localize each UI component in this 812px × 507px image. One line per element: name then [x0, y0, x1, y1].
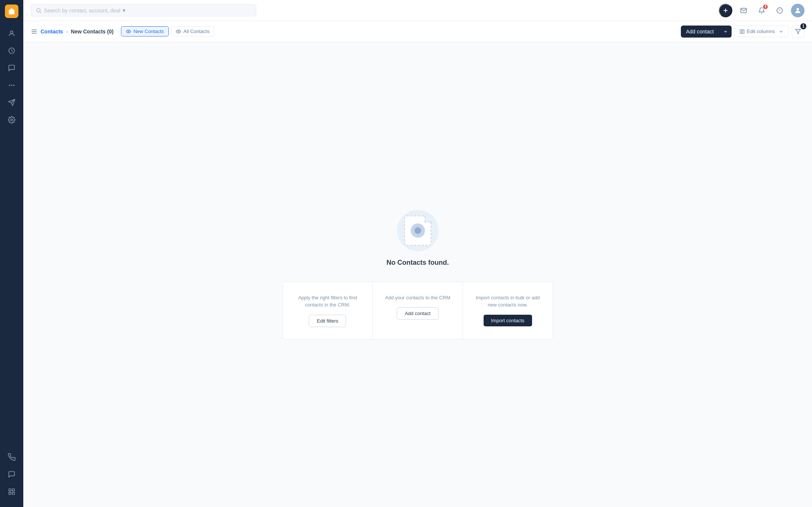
- contact-file-icon: [404, 216, 431, 246]
- empty-state: No Contacts found. Apply the right filte…: [283, 210, 553, 340]
- svg-point-5: [11, 119, 13, 121]
- empty-icon-wrapper: [397, 210, 439, 251]
- svg-rect-9: [12, 492, 15, 495]
- add-contact-button[interactable]: Add contact: [681, 26, 732, 38]
- sidebar-item-grid[interactable]: [4, 484, 20, 499]
- email-button[interactable]: [737, 4, 750, 17]
- svg-rect-7: [12, 489, 15, 491]
- svg-marker-24: [795, 29, 800, 34]
- action-card-add-text: Add your contacts to the CRM: [385, 294, 450, 302]
- svg-point-20: [128, 31, 129, 32]
- search-icon: [36, 8, 42, 14]
- sidebar-item-phone[interactable]: [4, 449, 20, 465]
- svg-point-0: [11, 31, 13, 33]
- search-placeholder: Search by contact, account, deal: [44, 8, 120, 14]
- breadcrumb-separator: ›: [66, 29, 68, 35]
- search-area[interactable]: Search by contact, account, deal ▾: [31, 4, 256, 17]
- import-contacts-button[interactable]: Import contacts: [484, 315, 532, 326]
- subheader-right: Add contact Edit columns 1: [681, 25, 804, 38]
- filter-icon: [795, 29, 801, 35]
- view-tabs: New Contacts All Contacts: [121, 26, 214, 36]
- action-card-add: Add your contacts to the CRM Add contact: [373, 282, 463, 339]
- action-card-import-text: Import contacts in bulk or add new conta…: [472, 294, 544, 309]
- notification-button[interactable]: 4: [755, 4, 768, 17]
- sidebar-bottom: [0, 449, 23, 502]
- topbar: Search by contact, account, deal ▾ 4: [23, 0, 812, 21]
- sidebar-item-settings[interactable]: [4, 112, 20, 128]
- tab-all-contacts[interactable]: All Contacts: [171, 26, 214, 36]
- breadcrumb-contacts[interactable]: Contacts: [41, 29, 63, 35]
- sidebar-item-contacts[interactable]: [4, 26, 20, 41]
- sidebar: [0, 0, 23, 507]
- tab-new-contacts[interactable]: New Contacts: [121, 26, 169, 36]
- tab-all-contacts-label: All Contacts: [183, 29, 209, 34]
- search-dropdown-icon[interactable]: ▾: [122, 7, 126, 14]
- action-card-filters-text: Apply the right filters to find contacts…: [292, 294, 364, 309]
- svg-point-3: [11, 84, 12, 86]
- svg-point-4: [13, 84, 14, 86]
- sidebar-item-campaigns[interactable]: [4, 95, 20, 110]
- add-button[interactable]: [719, 4, 732, 17]
- edit-columns-button[interactable]: Edit columns: [735, 26, 789, 37]
- sidebar-item-messages[interactable]: [4, 466, 20, 482]
- sidebar-nav: [0, 26, 23, 449]
- subheader: Contacts › New Contacts (0) New Contacts…: [23, 21, 812, 42]
- bell-button[interactable]: [773, 4, 786, 17]
- svg-rect-22: [740, 29, 741, 33]
- notification-badge: 4: [762, 4, 768, 10]
- svg-point-10: [37, 8, 40, 12]
- user-avatar[interactable]: [791, 4, 804, 17]
- app-logo[interactable]: [5, 5, 18, 18]
- svg-point-21: [178, 31, 179, 32]
- action-card-import: Import contacts in bulk or add new conta…: [463, 282, 553, 339]
- filter-count-badge: 1: [800, 23, 806, 29]
- edit-columns-label: Edit columns: [747, 29, 775, 34]
- sidebar-item-conversations[interactable]: [4, 60, 20, 76]
- eye-icon-2: [176, 29, 181, 34]
- eye-icon: [126, 29, 131, 34]
- contact-avatar-placeholder: [411, 223, 425, 238]
- svg-point-16: [797, 8, 799, 11]
- svg-point-2: [9, 84, 10, 86]
- menu-icon[interactable]: [31, 28, 38, 35]
- edit-filters-button[interactable]: Edit filters: [309, 315, 346, 327]
- add-contact-label: Add contact: [681, 26, 719, 38]
- breadcrumb-current: New Contacts (0): [71, 29, 114, 35]
- sidebar-item-deals[interactable]: [4, 43, 20, 59]
- main-area: Search by contact, account, deal ▾ 4: [23, 0, 812, 507]
- topbar-actions: 4: [719, 4, 804, 17]
- svg-rect-23: [742, 29, 744, 33]
- action-cards: Apply the right filters to find contacts…: [283, 282, 553, 340]
- svg-rect-6: [9, 489, 11, 491]
- empty-state-title: No Contacts found.: [387, 259, 449, 267]
- tab-new-contacts-label: New Contacts: [133, 29, 164, 34]
- columns-icon: [739, 29, 745, 34]
- add-contact-card-button[interactable]: Add contact: [397, 307, 439, 320]
- main-content: No Contacts found. Apply the right filte…: [23, 42, 812, 507]
- edit-columns-dropdown-icon: [779, 29, 784, 34]
- action-card-filters: Apply the right filters to find contacts…: [283, 282, 373, 339]
- content-area: Contacts › New Contacts (0) New Contacts…: [23, 21, 812, 507]
- svg-rect-8: [9, 492, 11, 495]
- subheader-left: Contacts › New Contacts (0) New Contacts…: [31, 26, 678, 36]
- sidebar-item-dots[interactable]: [4, 77, 20, 93]
- filter-button[interactable]: 1: [792, 25, 804, 38]
- add-contact-dropdown-icon[interactable]: [720, 26, 732, 37]
